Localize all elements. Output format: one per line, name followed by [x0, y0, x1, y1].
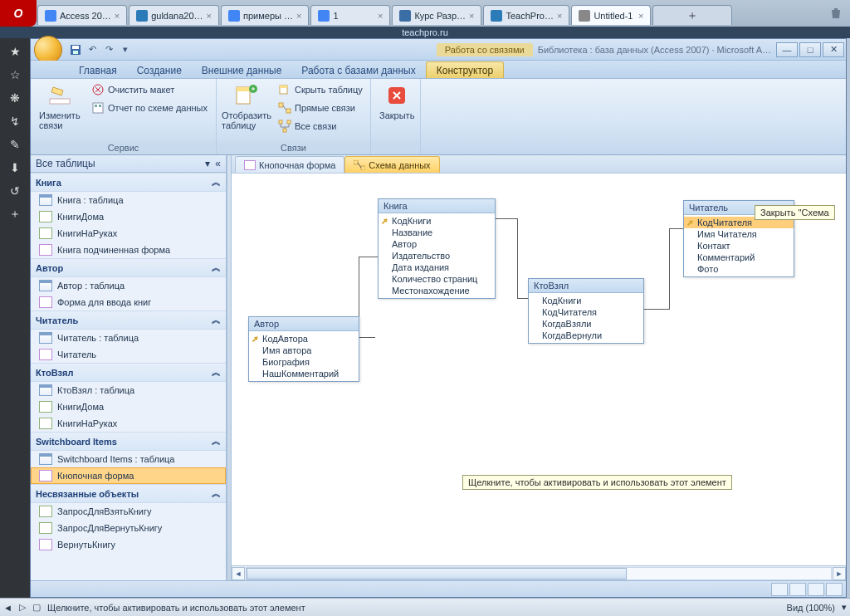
chevron-up-icon[interactable]: ︽ — [212, 314, 221, 326]
browser-tab[interactable]: Access 20…× — [37, 5, 127, 25]
office-button[interactable] — [34, 36, 62, 64]
closed-tabs-button[interactable] — [822, 0, 850, 27]
hide-table-button[interactable]: Скрыть таблицу — [275, 81, 366, 99]
view-design-icon[interactable] — [789, 583, 806, 596]
nav-pane-header[interactable]: Все таблицы ▾ — [31, 155, 226, 173]
nav-group-header[interactable]: Несвязанные объекты︽ — [31, 484, 226, 503]
panel-widgets-icon[interactable]: ❋ — [7, 90, 23, 106]
zoom-dropdown-icon[interactable]: ▾ — [842, 602, 847, 613]
chevron-up-icon[interactable]: ︽ — [212, 487, 221, 500]
browser-tab[interactable]: guldana20…× — [129, 5, 219, 25]
table-field[interactable]: Местонахождение — [379, 285, 495, 296]
browser-tab[interactable]: Untitled-1× — [571, 5, 651, 25]
table-field[interactable]: НашКомментарий — [249, 368, 359, 379]
scroll-left-icon[interactable]: ◄ — [232, 567, 245, 580]
redo-icon[interactable]: ↷ — [100, 42, 117, 58]
panel-history-icon[interactable]: ↺ — [7, 183, 23, 199]
tab-close-icon[interactable]: × — [638, 11, 643, 21]
panel-notes-icon[interactable]: ✎ — [7, 136, 23, 153]
table-field[interactable]: КогдаВернули — [529, 330, 643, 341]
scroll-thumb[interactable] — [247, 568, 627, 579]
status-stop-icon[interactable]: ▢ — [32, 602, 41, 613]
table-field[interactable]: Комментарий — [684, 252, 794, 263]
table-field[interactable]: Название — [379, 227, 495, 238]
tab-external-data[interactable]: Внешние данные — [192, 62, 292, 78]
relationships-canvas[interactable]: Автор КодАвтораИмя автораБиографияНашКом… — [232, 174, 846, 565]
nav-item[interactable]: Автор : таблица — [31, 277, 226, 294]
minimize-button[interactable]: — — [776, 42, 798, 57]
view-sql-icon[interactable] — [808, 583, 824, 596]
chevron-up-icon[interactable]: ︽ — [212, 262, 221, 274]
chevron-up-icon[interactable]: ︽ — [212, 176, 221, 188]
tab-close-icon[interactable]: × — [207, 11, 212, 21]
table-title-avtor[interactable]: Автор — [249, 317, 359, 331]
clear-layout-button[interactable]: Очистить макет — [88, 81, 211, 99]
panel-bookmarks-icon[interactable]: ★ — [7, 43, 23, 60]
table-field[interactable]: Количество страниц — [379, 273, 495, 285]
opera-logo[interactable]: O — [0, 0, 37, 27]
table-field[interactable]: Издательство — [379, 250, 495, 262]
save-icon[interactable] — [67, 42, 84, 58]
nav-item[interactable]: Кнопочная форма — [31, 467, 226, 484]
view-datasheet-icon[interactable] — [771, 583, 788, 596]
panel-star-outline-icon[interactable]: ☆ — [7, 66, 23, 83]
collapse-nav-icon[interactable] — [215, 158, 221, 169]
view-layout-icon[interactable] — [826, 583, 843, 596]
direct-relations-button[interactable]: Прямые связи — [275, 99, 366, 117]
nav-item[interactable]: Книга подчиненная форма — [31, 242, 226, 258]
all-relations-button[interactable]: Все связи — [275, 117, 366, 135]
table-field[interactable]: КогдаВзяли — [529, 318, 643, 330]
nav-item[interactable]: Читатель — [31, 346, 226, 363]
scroll-right-icon[interactable]: ► — [833, 567, 846, 580]
maximize-button[interactable]: □ — [799, 42, 821, 57]
nav-item[interactable]: КтоВзял : таблица — [31, 382, 226, 398]
undo-icon[interactable]: ↶ — [84, 42, 100, 58]
table-title-kniga[interactable]: Книга — [379, 199, 495, 213]
nav-item[interactable]: Книга : таблица — [31, 192, 226, 208]
nav-item[interactable]: КнигиНаРуках — [31, 415, 226, 432]
tab-close-icon[interactable]: × — [296, 11, 301, 21]
nav-item[interactable]: КнигиДома — [31, 398, 226, 415]
close-window-button[interactable]: ✕ — [823, 42, 844, 57]
tab-home[interactable]: Главная — [69, 62, 127, 78]
tab-designer[interactable]: Конструктор — [426, 61, 504, 78]
doc-tab-form[interactable]: Кнопочная форма — [235, 156, 344, 173]
horizontal-scrollbar[interactable]: ◄ ► — [232, 565, 846, 580]
tab-close-icon[interactable]: × — [557, 11, 562, 21]
nav-group-header[interactable]: Автор︽ — [31, 258, 226, 277]
browser-tab[interactable]: Курс Разр…× — [392, 5, 481, 25]
panel-downloads-icon[interactable]: ⬇ — [7, 159, 23, 176]
browser-tab[interactable]: TeachPro…× — [483, 5, 569, 25]
close-button[interactable]: Закрыть — [376, 81, 418, 122]
browser-tab[interactable]: 1× — [310, 5, 390, 25]
nav-item[interactable]: ЗапросДляВернутьКнигу — [31, 520, 226, 536]
new-tab-button[interactable]: ＋ — [652, 5, 732, 25]
tab-create[interactable]: Создание — [127, 62, 192, 78]
table-field[interactable]: КодЧитателя — [529, 306, 643, 318]
table-window-ktovzyal[interactable]: КтоВзял КодКнигиКодЧитателяКогдаВзялиКог… — [528, 278, 644, 344]
doc-tab-schema[interactable]: Схема данных — [344, 156, 439, 173]
chevron-up-icon[interactable]: ︽ — [212, 435, 221, 447]
status-back-icon[interactable]: ◄ — [3, 603, 12, 613]
edit-relationships-button[interactable]: Изменить связи — [36, 81, 85, 132]
table-field[interactable]: Имя Читателя — [684, 228, 794, 240]
tab-close-icon[interactable]: × — [469, 11, 474, 21]
table-field[interactable]: Контакт — [684, 240, 794, 252]
table-field[interactable]: КодКниги — [529, 295, 643, 306]
nav-item[interactable]: КнигиНаРуках — [31, 225, 226, 242]
tab-database-tools[interactable]: Работа с базами данных — [291, 62, 425, 78]
chevron-up-icon[interactable]: ︽ — [212, 366, 221, 379]
scroll-track[interactable] — [246, 567, 832, 580]
table-field[interactable]: Имя автора — [249, 345, 359, 356]
nav-item[interactable]: Switchboard Items : таблица — [31, 451, 226, 467]
nav-group-header[interactable]: Книга︽ — [31, 173, 226, 192]
relationship-report-button[interactable]: Отчет по схеме данных — [88, 99, 211, 117]
table-field[interactable]: КодАвтора — [249, 333, 359, 345]
show-table-button[interactable]: Отобразить таблицу — [222, 81, 271, 132]
table-title-ktovzyal[interactable]: КтоВзял — [529, 279, 643, 293]
panel-add-icon[interactable]: ＋ — [7, 206, 23, 222]
status-forward-icon[interactable]: ▷ — [19, 602, 26, 613]
qat-customize-icon[interactable]: ▾ — [117, 42, 134, 58]
table-window-kniga[interactable]: Книга КодКнигиНазваниеАвторИздательствоД… — [378, 198, 496, 299]
nav-item[interactable]: КнигиДома — [31, 208, 226, 225]
